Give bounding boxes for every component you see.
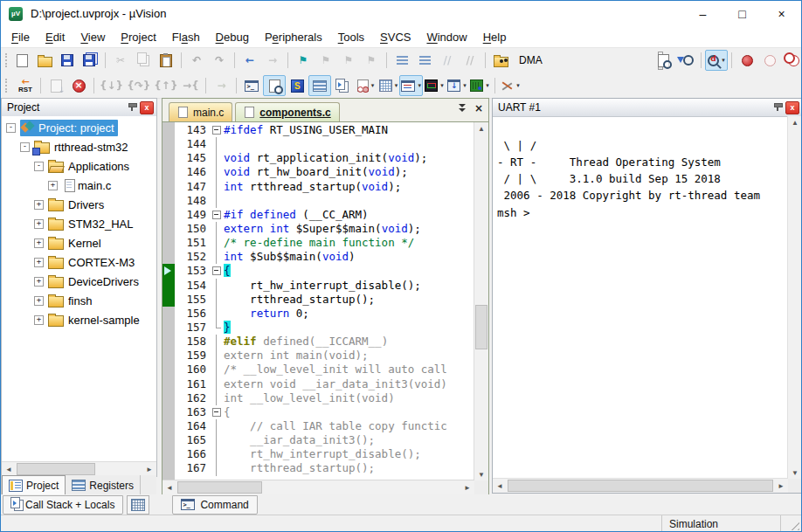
code-text-145[interactable]: void rt_application_init(void); xyxy=(222,151,427,165)
tab-registers[interactable]: Registers xyxy=(66,475,141,495)
scroll-thumb[interactable] xyxy=(17,463,95,475)
copy-button[interactable] xyxy=(132,50,155,71)
open-file-button[interactable] xyxy=(33,50,56,71)
code-text-159[interactable]: extern int main(void); xyxy=(222,349,369,363)
gutter[interactable] xyxy=(162,151,175,165)
navigate-back-button[interactable]: ← xyxy=(239,50,261,71)
memory-windows-button[interactable]: ▾ xyxy=(377,75,399,96)
fold-collapse-icon[interactable] xyxy=(211,405,222,419)
project-tree-hscrollbar[interactable]: ◄ ► xyxy=(2,461,156,476)
minimize-button[interactable]: – xyxy=(683,1,722,26)
editor-hscrollbar[interactable]: ◄ ► xyxy=(162,480,474,494)
dropdown-arrow-icon[interactable]: ▾ xyxy=(395,82,398,89)
collapse-icon[interactable]: - xyxy=(34,162,44,171)
disassembly-window-button[interactable] xyxy=(263,75,286,96)
code-text-143[interactable]: #ifdef RT_USING_USER_MAIN xyxy=(222,123,388,137)
save-all-button[interactable] xyxy=(79,50,101,71)
toolbox-button[interactable]: ▾ xyxy=(468,75,491,96)
gutter[interactable] xyxy=(162,363,175,377)
disable-all-breakpoints-button[interactable] xyxy=(781,50,802,71)
gutter[interactable] xyxy=(162,349,175,363)
code-text-158[interactable]: #elif defined(__ICCARM__) xyxy=(222,335,388,349)
tree-item-finsh[interactable]: +finsh xyxy=(2,291,156,310)
gutter[interactable] xyxy=(162,391,175,405)
gutter[interactable] xyxy=(162,236,175,250)
code-text-155[interactable]: rtthread_startup(); xyxy=(222,293,375,307)
window-menu-icon[interactable] xyxy=(458,104,466,113)
gutter[interactable] xyxy=(162,165,175,179)
pin-icon[interactable] xyxy=(773,102,783,114)
run-to-line-button[interactable]: →{ xyxy=(179,75,202,96)
book-window-button[interactable]: ▾ xyxy=(705,50,728,71)
system-viewer-button[interactable]: ▾ xyxy=(446,75,468,96)
enable-disable-breakpoint-button[interactable] xyxy=(758,50,781,71)
expand-icon[interactable]: + xyxy=(34,296,44,306)
close-icon[interactable]: x xyxy=(140,101,154,114)
find-in-files-button[interactable] xyxy=(489,50,512,71)
run-button[interactable] xyxy=(45,75,67,96)
command-window-button[interactable] xyxy=(240,75,263,96)
editor-vscrollbar[interactable]: ▲ ▼ xyxy=(474,122,488,480)
menu-tools[interactable]: Tools xyxy=(330,28,372,46)
memory-window-button[interactable] xyxy=(127,495,149,515)
tab-command[interactable]: Command xyxy=(172,495,257,515)
code-text-160[interactable]: /* __low_level_init will auto call xyxy=(222,363,447,377)
close-button[interactable]: × xyxy=(762,1,801,26)
expand-icon[interactable]: + xyxy=(34,315,44,325)
dropdown-arrow-icon[interactable]: ▾ xyxy=(418,82,421,89)
scroll-up-icon[interactable]: ▲ xyxy=(788,116,802,128)
find-button[interactable] xyxy=(652,50,674,71)
menu-peripherals[interactable]: Peripherals xyxy=(257,28,330,46)
menu-window[interactable]: Window xyxy=(418,28,474,46)
dropdown-arrow-icon[interactable]: ▾ xyxy=(516,82,520,89)
menu-help[interactable]: Help xyxy=(475,28,515,46)
menu-debug[interactable]: Debug xyxy=(208,28,257,46)
fold-collapse-icon[interactable] xyxy=(211,264,222,278)
call-stack-window-button[interactable] xyxy=(331,75,354,96)
gutter[interactable] xyxy=(162,335,175,349)
insert-remove-breakpoint-button[interactable] xyxy=(736,50,758,71)
scroll-thumb[interactable] xyxy=(475,305,487,349)
expand-icon[interactable]: + xyxy=(48,181,58,190)
serial-windows-button[interactable]: ▾ xyxy=(399,75,423,96)
tree-item-drivers[interactable]: +Drivers xyxy=(2,195,156,214)
gutter[interactable] xyxy=(162,377,175,391)
scroll-right-icon[interactable]: ► xyxy=(774,479,788,493)
gutter[interactable] xyxy=(162,222,175,236)
indent-right-button[interactable] xyxy=(391,50,413,71)
gutter[interactable] xyxy=(162,307,175,321)
stop-button[interactable] xyxy=(67,75,90,96)
code-text-163[interactable]: { xyxy=(222,405,231,419)
paste-button[interactable] xyxy=(155,50,177,71)
code-text-154[interactable]: rt_hw_interrupt_disable(); xyxy=(222,279,421,293)
code-text-157[interactable]: } xyxy=(222,321,231,335)
gutter[interactable] xyxy=(162,123,175,137)
code-text-152[interactable]: int $Sub$$main(void) xyxy=(222,250,356,264)
tree-item-kernel[interactable]: +Kernel xyxy=(2,233,156,252)
uart-vscrollbar[interactable]: ▲ ▼ xyxy=(787,116,802,479)
debug-tools-button[interactable]: ▾ xyxy=(499,75,522,96)
dropdown-arrow-icon[interactable]: ▾ xyxy=(440,82,444,89)
step-button[interactable]: {↓} xyxy=(98,75,125,96)
code-text-151[interactable]: /* re-define main function */ xyxy=(222,236,414,250)
reset-button[interactable] xyxy=(14,75,37,96)
scroll-down-icon[interactable]: ▼ xyxy=(474,468,488,480)
indent-left-button[interactable] xyxy=(413,50,436,71)
dropdown-arrow-icon[interactable]: ▾ xyxy=(463,82,467,89)
insert-remove-bookmark-button[interactable]: ⚑ xyxy=(292,50,315,71)
dropdown-arrow-icon[interactable]: ▾ xyxy=(486,82,489,89)
code-text-146[interactable]: void rt_hw_board_init(void); xyxy=(222,165,408,179)
close-document-icon[interactable]: × xyxy=(474,103,483,114)
scroll-up-icon[interactable]: ▲ xyxy=(474,122,488,135)
step-over-button[interactable]: {↷} xyxy=(125,75,152,96)
fold-collapse-icon[interactable] xyxy=(211,123,222,137)
scroll-left-icon[interactable]: ◄ xyxy=(162,480,176,494)
expand-icon[interactable]: + xyxy=(34,238,44,248)
tree-item-applications[interactable]: -Applications xyxy=(2,156,156,176)
expand-icon[interactable]: + xyxy=(34,277,44,287)
tab-project[interactable]: Project xyxy=(2,475,66,495)
collapse-icon[interactable]: - xyxy=(20,142,30,152)
code-text-153[interactable]: { xyxy=(222,264,231,278)
scroll-left-icon[interactable]: ◄ xyxy=(2,462,16,476)
gutter[interactable] xyxy=(162,405,175,419)
